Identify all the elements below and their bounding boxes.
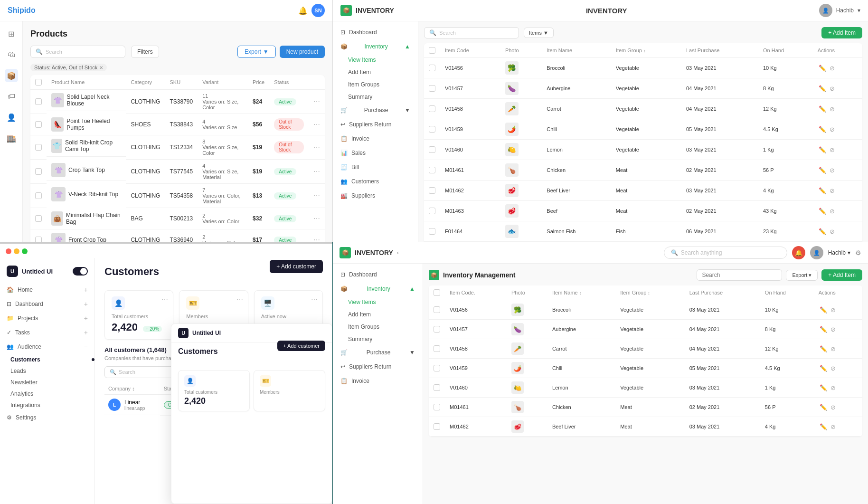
sidebar-item-purchase[interactable]: 🛒 Purchase ▼ [333,103,418,117]
product-actions[interactable]: ⋯ [309,229,325,243]
edit-icon[interactable]: ✏️ [819,208,826,215]
edit-icon[interactable]: ✏️ [820,404,827,411]
items-filter-button[interactable]: Items ▼ [524,28,554,38]
bell-icon[interactable]: 🔔 [298,6,308,15]
edit-icon[interactable]: ✏️ [820,423,827,430]
add-icon[interactable]: + [84,329,88,336]
new-product-button[interactable]: New product [280,46,325,58]
add-icon[interactable]: + [84,300,88,308]
inv2-add-item-button[interactable]: + Add Item [821,269,862,281]
edit-icon[interactable]: ✏️ [820,306,827,314]
edit-icon[interactable]: ✏️ [819,105,826,113]
inv2-export-button[interactable]: Export ▾ [786,270,818,281]
sidebar-subitem-view-items[interactable]: View Items [333,54,418,66]
delete-icon[interactable]: ⊘ [830,105,835,113]
delete-icon[interactable]: ⊘ [830,345,836,352]
sidebar-item-inventory[interactable]: 📦 Inventory ▲ [333,39,418,54]
sidebar2-subitem-view-items[interactable]: View Items [333,296,423,308]
sidebar-subitem-item-groups[interactable]: Item Groups [333,78,418,91]
subnav-analytics[interactable]: Analytics [7,388,94,399]
sidebar-shop-icon[interactable]: 🛍 [5,48,18,61]
add-icon[interactable]: + [84,286,88,294]
nav-item-dashboard[interactable]: ⊡ Dashboard + [0,297,94,311]
sidebar-item-bill[interactable]: 🧾 Bill [333,160,418,174]
settings-icon[interactable]: ⚙ [855,249,861,257]
sidebar-store-icon[interactable]: 🏬 [5,132,18,145]
edit-icon[interactable]: ✏️ [819,85,826,92]
sidebar-item-suppliers[interactable]: 🏭 Suppliers [333,189,418,203]
product-actions[interactable]: ⋯ [309,184,325,208]
product-actions[interactable]: ⋯ [309,208,325,229]
delete-icon[interactable]: ⊘ [830,187,835,194]
card-menu-icon[interactable]: ⋯ [161,295,168,303]
edit-icon[interactable]: ✏️ [820,365,827,372]
edit-icon[interactable]: ✏️ [819,65,826,72]
delete-icon[interactable]: ⊘ [830,146,835,153]
edit-icon[interactable]: ✏️ [819,146,826,153]
nav-item-projects[interactable]: 📁 Projects + [0,311,94,325]
card-menu-icon[interactable]: ⋯ [236,295,243,303]
delete-icon[interactable]: ⊘ [830,126,835,133]
delete-icon[interactable]: ⊘ [830,404,836,411]
overlay-add-customer-button[interactable]: + Add customer [277,341,325,351]
sidebar-subitem-summary[interactable]: Summary [333,91,418,103]
product-actions[interactable]: ⋯ [309,114,325,135]
subnav-customers[interactable]: Customers [7,354,94,365]
delete-icon[interactable]: ⊘ [830,384,836,391]
sidebar-subitem-add-item[interactable]: Add Item [333,66,418,78]
sidebar2-item-invoice[interactable]: 📋 Invoice [333,374,423,388]
delete-icon[interactable]: ⊘ [830,208,835,215]
nav-item-audience[interactable]: 👥 Audience − [0,340,94,354]
delete-icon[interactable]: ⊘ [830,228,835,235]
sidebar2-item-suppliers-return[interactable]: ↩ Suppliers Return [333,360,423,374]
inv2-bell-icon[interactable]: 🔔 [792,246,805,259]
nav-item-home[interactable]: 🏠 Home + [0,283,94,297]
user-avatar[interactable]: SN [311,4,325,17]
sidebar-item-customers[interactable]: 👥 Customers [333,174,418,189]
edit-icon[interactable]: ✏️ [820,384,827,391]
edit-icon[interactable]: ✏️ [819,228,826,235]
search-box[interactable]: 🔍 Search [30,46,125,58]
subnav-leads[interactable]: Leads [7,365,94,377]
inv2-collapse-icon[interactable]: ‹ [397,249,399,256]
product-actions[interactable]: ⋯ [309,135,325,160]
delete-icon[interactable]: ⊘ [830,423,836,430]
tag-close-icon[interactable]: ✕ [99,65,103,70]
sidebar-products-icon[interactable]: 📦 [5,69,18,82]
sidebar-item-invoice[interactable]: 📋 Invoice [333,132,418,146]
dark-mode-toggle[interactable] [73,267,88,276]
sidebar2-item-inventory[interactable]: 📦 Inventory ▲ [333,282,423,296]
subnav-newsletter[interactable]: Newsletter [7,377,94,388]
delete-icon[interactable]: ⊘ [830,365,836,372]
sidebar-item-dashboard[interactable]: ⊡ Dashboard [333,25,418,39]
edit-icon[interactable]: ✏️ [820,326,827,333]
sidebar2-subitem-item-groups[interactable]: Item Groups [333,321,423,333]
export-button[interactable]: Export ▼ [237,46,276,58]
edit-icon[interactable]: ✏️ [819,187,826,194]
add-item-button[interactable]: + Add Item [821,27,862,38]
sidebar2-subitem-add-item[interactable]: Add Item [333,308,423,321]
filter-button[interactable]: Filters [131,46,159,58]
sidebar2-item-dashboard[interactable]: ⊡ Dashboard [333,267,423,282]
card-menu-icon[interactable]: ⋯ [311,295,318,303]
sidebar2-item-purchase[interactable]: 🛒 Purchase ▼ [333,345,423,360]
edit-icon[interactable]: ✏️ [820,345,827,352]
add-icon[interactable]: + [84,314,88,322]
customer-search-input[interactable]: 🔍 Search [104,366,180,378]
minimize-window-button[interactable] [14,248,19,254]
inv2-table-search[interactable] [697,269,782,281]
nav-item-settings[interactable]: ⚙ Settings [0,411,94,424]
maximize-window-button[interactable] [22,248,28,254]
sidebar-user-icon[interactable]: 👤 [5,111,18,124]
edit-icon[interactable]: ✏️ [819,167,826,174]
sidebar-tag-icon[interactable]: 🏷 [5,90,18,103]
delete-icon[interactable]: ⊘ [830,326,836,333]
edit-icon[interactable]: ✏️ [819,126,826,133]
delete-icon[interactable]: ⊘ [830,65,835,72]
delete-icon[interactable]: ⊘ [830,85,835,92]
subnav-integrations[interactable]: Integrations [7,399,94,411]
inv2-search-main[interactable]: 🔍 Search anything [664,247,787,259]
close-window-button[interactable] [6,248,11,254]
inv-search-input[interactable]: 🔍 Search [424,27,519,38]
add-customer-button[interactable]: + Add customer [270,260,323,273]
